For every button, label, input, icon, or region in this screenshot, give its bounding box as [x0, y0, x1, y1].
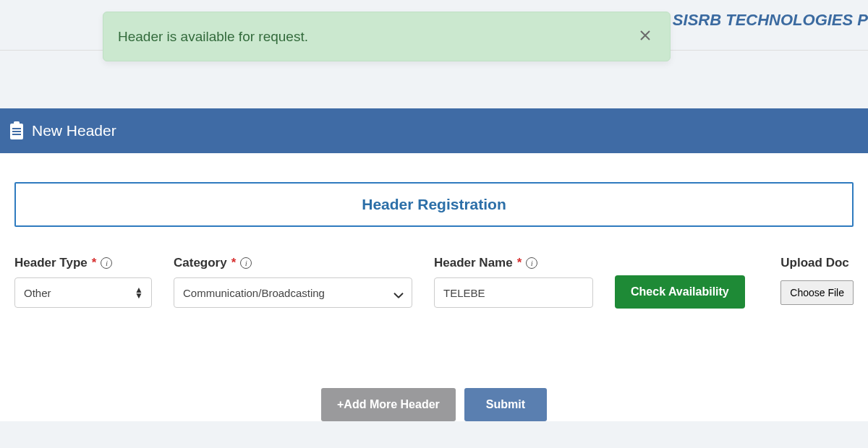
- svg-rect-1: [14, 121, 20, 125]
- add-more-header-button[interactable]: +Add More Header: [321, 388, 456, 421]
- success-alert: Header is available for request.: [103, 12, 671, 61]
- header-type-label: Header Type * i: [14, 256, 152, 270]
- check-availability-button[interactable]: Check Availability: [615, 275, 745, 309]
- required-mark: *: [231, 256, 237, 270]
- upload-doc-label: Upload Doc: [780, 256, 854, 270]
- close-icon[interactable]: [635, 28, 655, 45]
- category-label-text: Category: [174, 256, 227, 270]
- svg-rect-4: [12, 134, 21, 135]
- svg-rect-2: [12, 128, 21, 129]
- category-label: Category * i: [174, 256, 412, 270]
- company-name: SISRB TECHNOLOGIES P: [673, 11, 868, 29]
- clipboard-icon: [9, 121, 25, 140]
- svg-rect-3: [12, 131, 21, 132]
- required-mark: *: [92, 256, 97, 270]
- info-icon[interactable]: i: [101, 257, 112, 269]
- category-select[interactable]: [174, 277, 412, 308]
- header-type-label-text: Header Type: [14, 256, 88, 270]
- required-mark: *: [517, 256, 522, 270]
- page-title: New Header: [32, 122, 116, 139]
- choose-file-button[interactable]: Choose File: [780, 280, 854, 305]
- header-type-select[interactable]: [14, 277, 152, 308]
- page-header: New Header: [0, 108, 868, 153]
- submit-button[interactable]: Submit: [464, 388, 547, 421]
- tab-label: Header Registration: [362, 196, 506, 212]
- header-name-input[interactable]: [434, 277, 593, 308]
- alert-message: Header is available for request.: [118, 29, 308, 45]
- header-name-label-text: Header Name: [434, 256, 513, 270]
- info-icon[interactable]: i: [240, 257, 252, 269]
- tab-header-registration[interactable]: Header Registration: [14, 182, 854, 227]
- header-name-label: Header Name * i: [434, 256, 593, 270]
- upload-doc-label-text: Upload Doc: [780, 256, 848, 270]
- info-icon[interactable]: i: [526, 257, 537, 269]
